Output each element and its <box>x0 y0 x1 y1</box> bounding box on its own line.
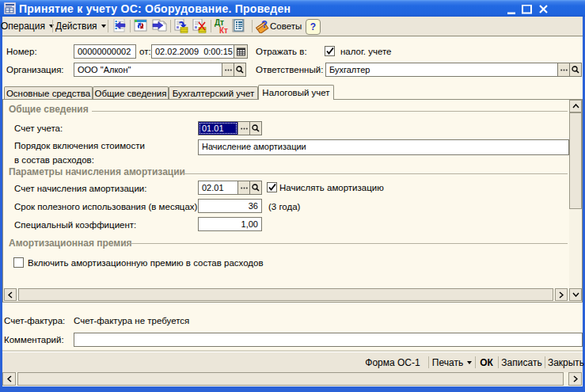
svg-text:?: ? <box>261 19 268 30</box>
